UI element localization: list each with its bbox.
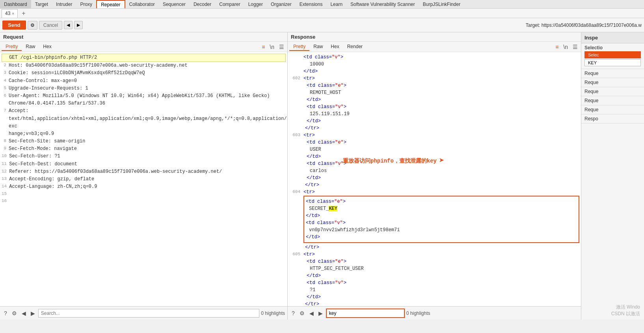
menu-proxy[interactable]: Proxy — [76, 0, 96, 8]
resp-text: ?1 — [303, 286, 315, 294]
request-nav-back[interactable]: ◀ — [20, 309, 28, 317]
request-line-14-text: Sec-Fetch-Dest: document — [9, 161, 77, 168]
request-settings-icon[interactable]: ⚙ — [10, 309, 19, 317]
request-tab-hex[interactable]: Hex — [39, 43, 55, 51]
response-nav-forward[interactable]: ▶ — [317, 309, 324, 317]
line-num: 13 — [2, 176, 9, 183]
resp-text: <td class="v"> — [303, 279, 346, 286]
tab-bar: 43 × + — [0, 9, 644, 18]
resp-line-e1: <td class="e"> — [289, 82, 579, 89]
inspector-select-btn[interactable]: Selec — [584, 51, 641, 58]
request-line-13: 10 Sec-Fetch-User: ?1 — [2, 153, 286, 160]
resp-line-pre1: <td class="v"> — [289, 54, 579, 61]
resp-text: <td class="e"> — [303, 139, 346, 146]
tab-43[interactable]: 43 × — [2, 9, 18, 18]
response-tab-pretty[interactable]: Pretty — [289, 43, 309, 51]
menu-burpjslinkfinder[interactable]: BurpJSLinkFinder — [419, 0, 464, 8]
request-search-input[interactable] — [38, 309, 259, 318]
response-tab-hex[interactable]: Hex — [327, 43, 343, 51]
request-nav-forward[interactable]: ▶ — [29, 309, 37, 317]
resp-line-carlos: carlos — [289, 167, 579, 174]
tab-label: 43 — [5, 11, 10, 16]
line-num: 8 — [2, 138, 9, 145]
resp-line-603: 603 <tr> — [289, 132, 579, 139]
resp-line-604: 604 <tr> — [289, 189, 579, 196]
resp-text: <td class="e"> — [306, 199, 346, 204]
menu-svs[interactable]: Software Vulnerability Scanner — [346, 0, 419, 8]
response-search-input[interactable] — [326, 309, 405, 318]
arrow-icon: ➤ — [439, 155, 444, 168]
line-num: 3 — [2, 69, 9, 77]
inspector-key-btn[interactable]: KEY — [584, 59, 641, 66]
request-panel: Request Pretty Raw Hex ≡ \n ☰ GET /cgi-b… — [0, 32, 288, 320]
secret-key-highlight-box: <td class="e"> SECRET_KEY </td> <td clas… — [303, 196, 579, 243]
menu-decoder[interactable]: Decoder — [190, 0, 215, 8]
request-tab-raw[interactable]: Raw — [22, 43, 39, 51]
line-num: 4 — [2, 77, 9, 85]
nav-forward-button[interactable]: ▶ — [74, 21, 83, 29]
resp-text: </td> — [303, 153, 321, 160]
menu-logger[interactable]: Logger — [244, 0, 267, 8]
response-content[interactable]: <td class="v"> 10000 </td> 602 <tr> <td … — [288, 52, 581, 306]
menu-bar: Dashboard Target Intruder Proxy Repeater… — [0, 0, 644, 9]
menu-repeater[interactable]: Repeater — [96, 0, 125, 8]
resp-line-e2: <td class="e"> — [289, 139, 579, 146]
cancel-button[interactable]: Cancel — [39, 21, 62, 30]
menu-intruder[interactable]: Intruder — [52, 0, 76, 8]
resp-text: </td> — [303, 294, 321, 301]
menu-extensions[interactable]: Extensions — [296, 0, 327, 8]
resp-line-num — [289, 160, 303, 167]
response-panel-header: Response — [288, 32, 581, 42]
menu-dashboard[interactable]: Dashboard — [0, 0, 31, 8]
tab-add-button[interactable]: + — [19, 9, 28, 18]
resp-text: </td> — [303, 118, 321, 125]
request-line-11-text: Sec-Fetch-Site: same-origin — [9, 138, 85, 145]
response-tab-raw[interactable]: Raw — [309, 43, 327, 51]
response-settings-icon[interactable]: ⚙ — [298, 309, 306, 317]
resp-line-v1: <td class="v"> — [289, 103, 579, 110]
request-line-4: 4 Cache-Control: max-age=0 — [2, 77, 286, 85]
request-content[interactable]: GET /cgi-bin/phpinfo.php HTTP/2 2 Host: … — [0, 52, 287, 306]
request-panel-tabs: Pretty Raw Hex ≡ \n ☰ — [0, 42, 287, 52]
request-line-7-text: Chrome/84.0.4147.135 Safari/537.36 — [9, 100, 105, 107]
raw-format-icon[interactable]: \n — [268, 43, 276, 51]
request-tab-pretty[interactable]: Pretty — [2, 43, 22, 51]
resp-text: </tr> — [303, 181, 319, 189]
resp-raw-format-icon[interactable]: \n — [562, 43, 570, 51]
menu-sequencer[interactable]: Sequencer — [159, 0, 190, 8]
resp-hex-format-icon[interactable]: ☰ — [571, 43, 579, 51]
send-button[interactable]: Send — [2, 21, 26, 30]
menu-comparer[interactable]: Comparer — [215, 0, 244, 8]
request-help-icon[interactable]: ? — [2, 309, 9, 317]
tab-close-icon[interactable]: × — [12, 11, 14, 16]
request-line-9: text/html,application/xhtml+xml,applicat… — [2, 115, 286, 130]
menu-target[interactable]: Target — [31, 0, 52, 8]
inspector-respo-1: Respo — [581, 114, 644, 123]
line-num: 2 — [2, 62, 9, 69]
menu-learn[interactable]: Learn — [326, 0, 346, 8]
response-nav-back[interactable]: ◀ — [308, 309, 315, 317]
resp-text: <tr> — [303, 251, 315, 258]
hex-format-icon[interactable]: ☰ — [277, 43, 286, 51]
request-highlights-count: 0 highlights — [261, 311, 285, 316]
nav-back-button[interactable]: ◀ — [64, 21, 73, 29]
request-panel-header: Request — [0, 32, 287, 42]
request-line-7: Chrome/84.0.4147.135 Safari/537.36 — [2, 100, 286, 107]
pretty-format-icon[interactable]: ≡ — [260, 43, 266, 51]
request-line-4-text: Cache-Control: max-age=0 — [9, 77, 77, 85]
resp-line-num — [289, 167, 303, 174]
settings-button[interactable]: ⚙ — [28, 21, 37, 30]
resp-line-num — [289, 103, 303, 110]
response-tab-render[interactable]: Render — [343, 43, 367, 51]
menu-organizer[interactable]: Organizer — [267, 0, 296, 8]
resp-pretty-format-icon[interactable]: ≡ — [554, 43, 560, 51]
highlight-line-2: SECRET_KEY — [306, 205, 577, 212]
inspector-reque-2-label: Reque — [584, 80, 641, 85]
response-help-icon[interactable]: ? — [290, 309, 296, 317]
target-url: Target: https://0a54006f03da68aa89c15f71… — [526, 22, 642, 28]
menu-collaborator[interactable]: Collaborator — [125, 0, 159, 8]
resp-line-num — [289, 265, 303, 272]
resp-line-pre2: 10000 — [289, 61, 579, 68]
resp-line-num — [289, 89, 303, 96]
resp-line-num — [289, 146, 303, 153]
